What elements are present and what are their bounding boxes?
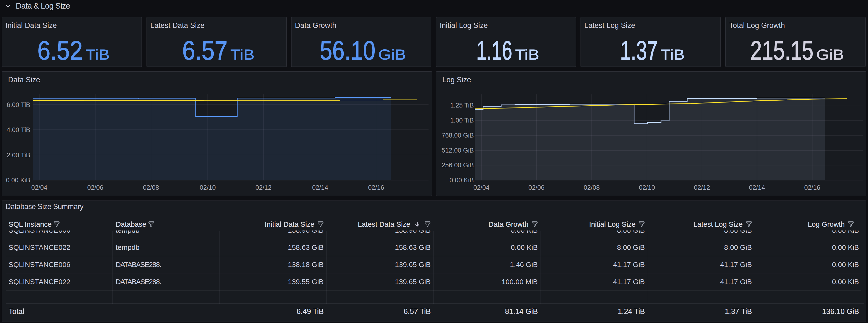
svg-text:02/06: 02/06 — [87, 184, 103, 191]
svg-text:1.25 TiB: 1.25 TiB — [450, 102, 474, 109]
svg-text:1.37: 1.37 — [620, 35, 658, 65]
svg-text:02/08: 02/08 — [143, 184, 159, 191]
svg-text:02/14: 02/14 — [312, 184, 328, 191]
svg-text:TiB: TiB — [230, 46, 254, 63]
svg-text:2.00 TiB: 2.00 TiB — [7, 152, 30, 159]
svg-text:215.15: 215.15 — [750, 35, 813, 65]
svg-text:0.00 KiB: 0.00 KiB — [450, 177, 474, 184]
svg-text:6.00 TiB: 6.00 TiB — [7, 101, 30, 109]
svg-text:256.00 GiB: 256.00 GiB — [442, 162, 474, 169]
svg-text:56.10: 56.10 — [320, 35, 375, 65]
svg-text:4.00 TiB: 4.00 TiB — [7, 126, 30, 134]
svg-text:02/08: 02/08 — [584, 184, 600, 191]
svg-text:02/16: 02/16 — [368, 184, 384, 191]
svg-text:TiB: TiB — [86, 46, 110, 63]
svg-text:02/06: 02/06 — [528, 184, 545, 191]
svg-text:02/10: 02/10 — [199, 184, 216, 191]
svg-text:6.52: 6.52 — [37, 35, 83, 65]
svg-text:02/04: 02/04 — [473, 184, 490, 191]
svg-text:1.00 TiB: 1.00 TiB — [450, 117, 474, 124]
svg-text:GiB: GiB — [816, 46, 844, 63]
svg-text:512.00 GiB: 512.00 GiB — [442, 147, 474, 154]
svg-text:768.00 GiB: 768.00 GiB — [442, 132, 474, 139]
svg-text:02/16: 02/16 — [804, 184, 820, 191]
svg-text:0.00 KiB: 0.00 KiB — [6, 177, 30, 184]
svg-text:6.57: 6.57 — [182, 35, 227, 65]
svg-text:02/12: 02/12 — [694, 184, 710, 191]
svg-text:02/14: 02/14 — [749, 184, 765, 191]
svg-text:02/10: 02/10 — [639, 184, 655, 191]
svg-text:02/04: 02/04 — [31, 184, 48, 191]
svg-text:TiB: TiB — [660, 46, 685, 63]
svg-text:02/12: 02/12 — [255, 184, 272, 191]
svg-text:TiB: TiB — [515, 46, 539, 63]
svg-text:1.16: 1.16 — [476, 35, 513, 65]
svg-text:GiB: GiB — [378, 46, 406, 63]
